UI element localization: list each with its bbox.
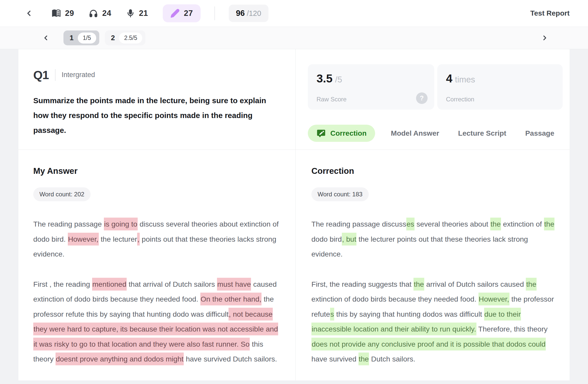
raw-score-label: Raw Score xyxy=(317,96,346,103)
diff-highlight: the xyxy=(358,353,369,365)
total-score-value: 96 xyxy=(236,9,245,18)
answer-paragraph: The reading passage discusses several th… xyxy=(311,217,556,262)
content-tabs: Correction Model Answer Lecture Script P… xyxy=(308,125,563,142)
top-bar: 29 24 21 27 96 /120 Test Report xyxy=(0,0,588,27)
diff-highlight: the xyxy=(526,278,537,291)
mic-icon xyxy=(126,9,135,18)
question-score-badge: 1/5 xyxy=(78,33,96,44)
question-header: Q1 Intergrated xyxy=(33,68,281,82)
tab-correction[interactable]: Correction xyxy=(308,125,375,142)
diff-highlight: is going to xyxy=(104,218,138,230)
question-text: Summarize the points made in the lecture… xyxy=(33,93,281,138)
correction-heading: Correction xyxy=(311,166,556,176)
help-icon[interactable]: ? xyxy=(416,92,428,104)
my-answer-heading: My Answer xyxy=(33,166,281,176)
prev-question-button[interactable] xyxy=(40,33,51,43)
word-count-badge: Word count: 183 xyxy=(311,187,369,201)
chevron-left-icon xyxy=(42,34,50,42)
diff-highlight: es xyxy=(406,218,415,230)
tab-lecture-script[interactable]: Lecture Script xyxy=(455,127,509,140)
my-answer-text: The reading passage is going to discuss … xyxy=(33,217,281,367)
diff-highlight: However, xyxy=(478,293,509,305)
diff-highlight: , but xyxy=(342,233,356,246)
diff-highlight: does not provide any conclusive proof an… xyxy=(311,338,546,350)
correction-count-value: 4 xyxy=(446,72,452,85)
pencil-icon xyxy=(170,9,180,18)
correction-panel: Correction Word count: 183 The reading p… xyxy=(296,150,570,380)
question-tabs: 1 1/5 2 2.5/5 xyxy=(63,30,145,45)
book-icon xyxy=(52,9,61,18)
diff-highlight: the xyxy=(413,278,424,291)
question-type-label: Intergrated xyxy=(62,71,95,79)
diff-highlight: However, xyxy=(68,233,99,246)
question-number: 2 xyxy=(111,34,115,42)
topbar-divider xyxy=(214,6,215,20)
page-title: Test Report xyxy=(530,9,570,17)
score-summary-panel: 3.5 /5 Raw Score ? 4 times Correction xyxy=(296,49,570,150)
speaking-score[interactable]: 21 xyxy=(126,9,148,18)
reading-score-value: 29 xyxy=(65,9,74,18)
question-panel: Q1 Intergrated Summarize the points made… xyxy=(18,49,296,150)
score-cards: 3.5 /5 Raw Score ? 4 times Correction xyxy=(308,64,563,110)
listening-score-value: 24 xyxy=(102,9,111,18)
reading-score[interactable]: 29 xyxy=(52,9,74,18)
tab-model-answer[interactable]: Model Answer xyxy=(388,127,442,140)
diff-highlight: must have xyxy=(217,278,251,291)
back-button[interactable] xyxy=(23,7,35,19)
diff-highlight: the xyxy=(490,218,501,230)
diff-highlight: , xyxy=(137,233,140,246)
question-report-card: Q1 Intergrated Summarize the points made… xyxy=(18,49,570,380)
diff-highlight: mentioned xyxy=(92,278,127,291)
correction-count-card: 4 times Correction xyxy=(437,64,563,110)
question-pagination: 1 1/5 2 2.5/5 xyxy=(0,27,588,49)
writing-score-value: 27 xyxy=(184,9,193,18)
total-score-max: /120 xyxy=(247,9,261,18)
header-divider xyxy=(55,69,56,81)
diff-highlight: doesnt prove anything and dodos might xyxy=(56,353,184,365)
tab-label: Correction xyxy=(330,129,367,137)
diff-highlight: On the other hand, xyxy=(200,293,262,305)
next-question-button[interactable] xyxy=(539,33,550,43)
raw-score-max: /5 xyxy=(335,75,342,84)
tab-passage[interactable]: Passage xyxy=(522,127,558,140)
my-answer-panel: My Answer Word count: 202 The reading pa… xyxy=(18,150,296,380)
headphones-icon xyxy=(89,9,98,18)
correction-text: The reading passage discusses several th… xyxy=(311,217,556,367)
word-count-badge: Word count: 202 xyxy=(33,187,91,201)
chevron-left-icon xyxy=(25,9,33,18)
question-number: 1 xyxy=(70,34,74,42)
correction-count-label: Correction xyxy=(446,96,474,103)
report-main: Q1 Intergrated Summarize the points made… xyxy=(0,49,588,384)
question-score-badge: 2.5/5 xyxy=(119,33,142,44)
answer-paragraph: The reading passage is going to discuss … xyxy=(33,217,281,262)
question-tab-1[interactable]: 1 1/5 xyxy=(63,30,99,45)
writing-score[interactable]: 27 xyxy=(163,4,200,22)
raw-score-card: 3.5 /5 Raw Score ? xyxy=(308,64,434,110)
chevron-right-icon xyxy=(541,34,549,42)
raw-score-value: 3.5 xyxy=(317,72,333,85)
diff-highlight: s xyxy=(330,308,334,321)
diff-highlight: the xyxy=(544,218,555,230)
correction-count-unit: times xyxy=(455,75,475,84)
question-label: Q1 xyxy=(33,68,49,82)
speaking-score-value: 21 xyxy=(139,9,148,18)
answer-paragraph: First, the reading suggests that the arr… xyxy=(311,277,556,367)
answer-paragraph: First , the reading mentioned that arriv… xyxy=(33,277,281,367)
question-tab-2[interactable]: 2 2.5/5 xyxy=(105,30,146,45)
total-score-badge: 96 /120 xyxy=(229,5,268,22)
section-scores: 29 24 21 27 xyxy=(52,4,201,22)
listening-score[interactable]: 24 xyxy=(89,9,111,18)
correction-pen-icon xyxy=(316,129,326,138)
